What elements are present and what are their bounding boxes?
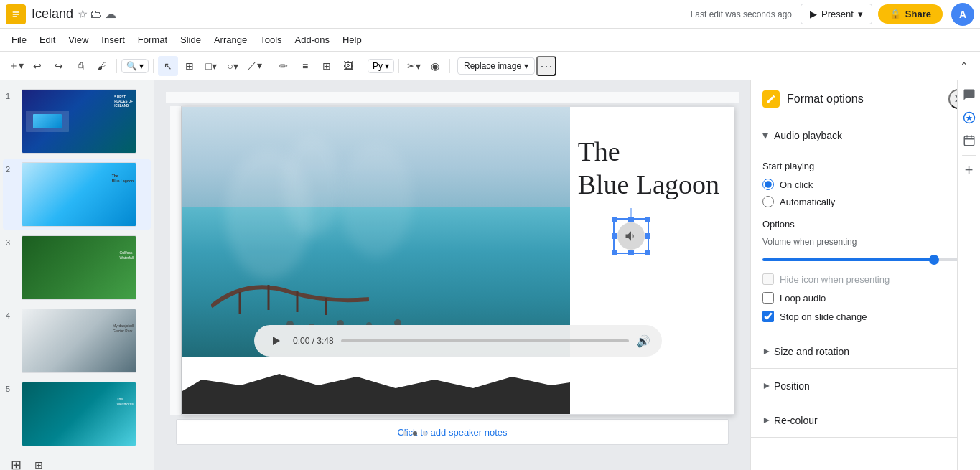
audio-playback-header[interactable]: ▾ Audio playback — [751, 118, 980, 152]
handle-top-middle[interactable] — [628, 217, 634, 222]
line-tool[interactable]: ／▾ — [244, 56, 264, 76]
slide-item-2[interactable]: 2 TheBlue Lagoon — [3, 159, 151, 230]
menu-format[interactable]: Format — [132, 32, 173, 48]
add-slide-button[interactable]: ⊞ — [6, 455, 26, 470]
last-edit-label: Last edit was seconds ago — [691, 9, 792, 19]
format-options-title: Format options — [787, 93, 864, 105]
handle-top-left[interactable] — [612, 217, 617, 222]
slide-thumb-3[interactable]: GullfossWaterfall — [22, 235, 136, 300]
handle-top-right[interactable] — [645, 217, 650, 222]
audio-progress-bar[interactable] — [341, 339, 629, 342]
select-tool[interactable]: ⊞ — [179, 56, 200, 76]
slide-thumb-1[interactable]: 5 BESTPLACES OFICELAND — [22, 89, 136, 154]
size-rotation-header[interactable]: ▾ Size and rotation — [751, 334, 980, 368]
menu-arrange[interactable]: Arrange — [208, 32, 253, 48]
menu-addons[interactable]: Add-ons — [289, 32, 335, 48]
menu-file[interactable]: File — [6, 32, 32, 48]
share-label: Share — [905, 9, 931, 19]
handle-bottom-middle[interactable] — [628, 250, 634, 255]
shape-tool[interactable]: □▾ — [201, 56, 221, 76]
star-icon[interactable]: ☆ — [78, 7, 88, 21]
redo-button[interactable]: ↪ — [49, 56, 69, 76]
volume-slider[interactable] — [762, 258, 969, 261]
more-options-button[interactable]: ⋯ — [536, 56, 556, 76]
present-button[interactable]: ▶ Present ▾ — [801, 4, 872, 24]
circle-tool[interactable]: ○▾ — [223, 56, 243, 76]
canvas-area: The Blue Lagoon 0:00 / 3:48 🔊 — [154, 80, 750, 470]
align-left-tool[interactable]: ≡ — [295, 56, 315, 76]
stop-on-slide-checkbox-item[interactable]: Stop on slide change — [762, 311, 969, 322]
user-avatar[interactable]: A — [951, 3, 974, 26]
menu-view[interactable]: View — [62, 32, 94, 48]
menu-tools[interactable]: Tools — [254, 32, 287, 48]
divider-6 — [449, 59, 450, 73]
text-tool[interactable]: ✏ — [274, 56, 294, 76]
share-button[interactable]: 🔒 Share — [878, 4, 943, 24]
slide-item-1[interactable]: 1 5 BESTPLACES OFICELAND — [3, 86, 151, 156]
explore-icon[interactable] — [961, 109, 978, 126]
options-section-label: Options — [762, 219, 969, 230]
cloud-icon[interactable]: ☁ — [105, 7, 116, 21]
text-style-select[interactable]: Py ▾ — [368, 59, 394, 73]
crop-tool[interactable]: ✂▾ — [403, 56, 424, 76]
loop-audio-label: Loop audio — [780, 293, 826, 304]
calendar-icon[interactable] — [961, 132, 978, 149]
slide-thumb-4[interactable]: MyrdalsjokullGlacier Park — [22, 309, 136, 373]
on-click-label: On click — [780, 179, 813, 190]
undo-button[interactable]: ↩ — [27, 56, 47, 76]
stop-on-slide-checkbox[interactable] — [762, 311, 774, 322]
paint-format-button[interactable]: 🖌 — [92, 56, 112, 76]
loop-audio-checkbox[interactable] — [762, 292, 774, 304]
slide-thumb-5[interactable]: TheWestfjords — [22, 382, 136, 446]
grid-view-button[interactable]: ⊞ — [29, 455, 49, 470]
title-line-1: The — [578, 136, 719, 169]
position-header[interactable]: ▾ Position — [751, 369, 980, 403]
audio-player[interactable]: 0:00 / 3:48 🔊 — [254, 325, 662, 357]
on-click-radio[interactable] — [762, 179, 774, 190]
svg-rect-3 — [13, 16, 17, 17]
on-click-radio-item[interactable]: On click — [762, 179, 969, 190]
handle-bottom-right[interactable] — [645, 250, 650, 255]
slide-image — [182, 107, 570, 414]
hide-icon-checkbox[interactable] — [762, 273, 774, 285]
hide-icon-checkbox-item[interactable]: Hide icon when presenting — [762, 273, 969, 285]
print-button[interactable]: ⎙ — [70, 56, 90, 76]
slide-number-4: 4 — [6, 311, 17, 320]
handle-bottom-left[interactable] — [612, 250, 617, 255]
format-options-header: Format options ✕ — [751, 80, 980, 118]
menu-insert[interactable]: Insert — [95, 32, 131, 48]
menu-slide[interactable]: Slide — [174, 32, 207, 48]
handle-left-middle[interactable] — [612, 233, 617, 239]
slide-thumb-2[interactable]: TheBlue Lagoon — [22, 162, 136, 227]
loop-audio-checkbox-item[interactable]: Loop audio — [762, 292, 969, 304]
slide-title: The Blue Lagoon — [578, 136, 719, 201]
folder-icon[interactable]: 🗁 — [90, 8, 102, 21]
menu-edit[interactable]: Edit — [34, 32, 61, 48]
automatically-radio[interactable] — [762, 196, 774, 207]
image-tool[interactable]: 🖼 — [338, 56, 358, 76]
add-button[interactable]: ＋▾ — [6, 56, 26, 76]
audio-icon-widget[interactable] — [613, 218, 649, 254]
menu-help[interactable]: Help — [337, 32, 368, 48]
document-title[interactable]: Iceland — [32, 6, 73, 22]
mask-tool[interactable]: ◉ — [425, 56, 445, 76]
cursor-tool[interactable]: ↖ — [158, 56, 178, 76]
slide-item-3[interactable]: 3 GullfossWaterfall — [3, 232, 151, 303]
replace-image-label: Replace image — [464, 61, 521, 71]
zoom-select[interactable]: 🔍 ▾ — [121, 59, 149, 73]
volume-button[interactable]: 🔊 — [636, 334, 650, 348]
recolour-header[interactable]: ▾ Re-colour — [751, 403, 980, 437]
add-icon[interactable]: + — [961, 161, 978, 179]
handle-right-middle[interactable] — [645, 233, 650, 239]
size-rotation-section: ▾ Size and rotation — [751, 334, 980, 369]
table-tool[interactable]: ⊞ — [317, 56, 337, 76]
play-button[interactable] — [266, 331, 286, 351]
automatically-radio-item[interactable]: Automatically — [762, 196, 969, 207]
comments-icon[interactable] — [961, 86, 978, 103]
divider-1 — [116, 59, 117, 73]
collapse-toolbar-button[interactable]: ⌃ — [954, 56, 974, 76]
slide-item-4[interactable]: 4 MyrdalsjokullGlacier Park — [3, 306, 151, 376]
slide-item-5[interactable]: 5 TheWestfjords — [3, 379, 151, 449]
position-title: Position — [774, 380, 810, 392]
replace-image-button[interactable]: Replace image ▾ — [457, 57, 535, 75]
